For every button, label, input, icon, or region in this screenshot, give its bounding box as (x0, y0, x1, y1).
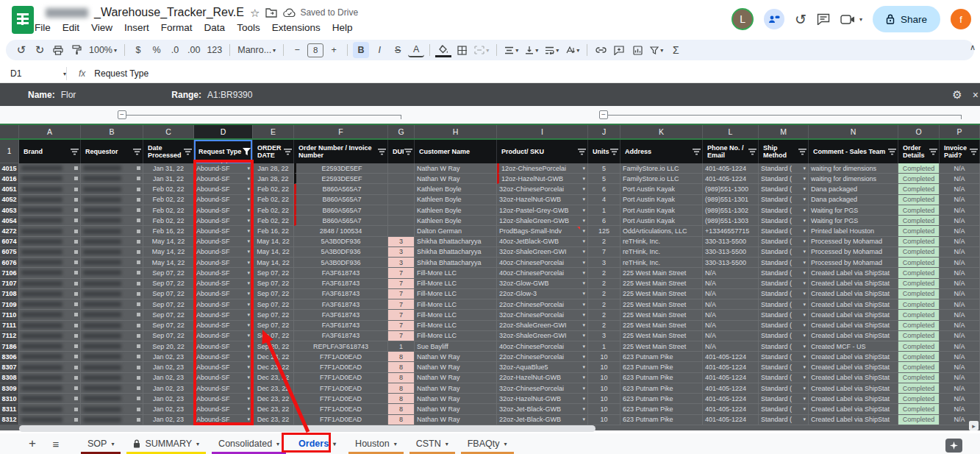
column-group-toggle[interactable]: − (599, 110, 608, 119)
cell[interactable]: Standard (▾ (759, 226, 809, 236)
cell[interactable]: Sep 20, 22 (143, 341, 194, 352)
menu-tools[interactable]: Tools (232, 21, 265, 35)
row-number[interactable]: 8309 (0, 383, 19, 394)
cell[interactable]: N/A (940, 174, 980, 184)
row-number[interactable]: 8311 (0, 404, 19, 414)
in-cell-dropdown-caret[interactable]: ▾ (582, 280, 585, 286)
cell[interactable] (19, 226, 81, 236)
cell[interactable]: N/A (940, 394, 980, 404)
cell[interactable]: Jan 31, 22 (143, 163, 194, 174)
cell[interactable]: 5A3B0DF936 (294, 237, 388, 247)
cell[interactable]: Completed (898, 321, 940, 331)
cell[interactable]: FA3F618743 (294, 310, 388, 320)
cell[interactable]: 10 (588, 404, 620, 414)
row-number[interactable]: 8310 (0, 394, 19, 404)
cell[interactable]: Feb 02, 22 (143, 195, 194, 205)
star-icon[interactable]: ☆ (250, 7, 260, 18)
column-letter-P[interactable]: P (940, 125, 980, 138)
cell[interactable]: Abound-SF▾ (194, 362, 253, 372)
cell[interactable]: 401-405-1224 (703, 163, 759, 174)
cell[interactable] (19, 415, 81, 425)
column-header-K[interactable]: Address (620, 140, 703, 163)
cell[interactable] (388, 174, 415, 184)
active-filter-funnel-icon[interactable] (243, 148, 251, 155)
in-cell-dropdown-caret[interactable]: ▾ (247, 249, 250, 255)
cell[interactable] (81, 299, 143, 310)
increase-font-size-button[interactable]: + (326, 42, 342, 58)
bold-button[interactable]: B (353, 42, 369, 58)
column-header-G[interactable]: DUF (388, 140, 415, 163)
cell[interactable]: Waiting for PGS (809, 216, 898, 226)
cell[interactable]: F7F1AD0EAD (294, 352, 388, 362)
cell[interactable] (19, 394, 81, 404)
cell[interactable]: Processed by Mohamad (809, 237, 898, 247)
cell[interactable] (388, 163, 415, 174)
in-cell-dropdown-caret[interactable]: ▾ (803, 196, 806, 202)
filter-range-value[interactable]: A1:BR9390 (207, 90, 252, 100)
in-cell-dropdown-caret[interactable]: ▾ (803, 312, 806, 318)
cell[interactable]: FA3F618743 (294, 279, 388, 289)
filter-name-value[interactable]: Flor (61, 90, 76, 100)
row-number[interactable]: 7109 (0, 299, 19, 310)
in-cell-dropdown-caret[interactable]: ▾ (247, 166, 250, 171)
column-letter-H[interactable]: H (415, 125, 497, 138)
cell[interactable]: Nathan W Ray (415, 383, 497, 394)
cell[interactable]: 3 (588, 331, 620, 341)
cell[interactable] (81, 237, 143, 247)
scroll-right-arrow[interactable]: ▸ (969, 421, 979, 430)
in-cell-dropdown-caret[interactable]: ▾ (582, 270, 585, 276)
cell[interactable]: Fill-More LLC (415, 268, 497, 278)
sheet-tab-menu-caret[interactable]: ▾ (196, 441, 199, 447)
cell[interactable]: 22oz-ChinesePorcelai▾ (497, 352, 588, 362)
cell[interactable]: Sep 07, 22 (253, 331, 294, 341)
borders-button[interactable] (454, 42, 470, 58)
cell[interactable]: Completed (898, 184, 940, 194)
cell[interactable]: Fill-More LLC (415, 279, 497, 289)
cell[interactable]: Feb 02, 22 (253, 184, 294, 194)
cell[interactable]: 40oz-JetBlack-GWB▾ (497, 237, 588, 247)
cell[interactable]: Standard (▾ (759, 383, 809, 394)
in-cell-dropdown-caret[interactable]: ▾ (803, 354, 806, 360)
cell[interactable]: Completed (898, 279, 940, 289)
cell[interactable]: Completed (898, 163, 940, 174)
cell[interactable] (81, 310, 143, 320)
cell[interactable]: Standard (▾ (759, 404, 809, 414)
cell[interactable] (388, 205, 415, 216)
menu-file[interactable]: File (29, 21, 56, 35)
cell[interactable]: 401-405-1224 (703, 404, 759, 414)
row-number[interactable]: 7107 (0, 279, 19, 289)
cell[interactable]: 32oz-ShaleGreen-GWI▾ (497, 247, 588, 258)
cell[interactable]: F7F1AD0EAD (294, 383, 388, 394)
menu-format[interactable]: Format (156, 21, 198, 35)
cell[interactable]: 1 (588, 205, 620, 216)
cell[interactable]: Processed by Mohamad (809, 247, 898, 258)
cell[interactable]: Standard (▾ (759, 331, 809, 341)
cell[interactable]: FA3F618743 (294, 289, 388, 299)
cell[interactable]: 10 (588, 394, 620, 404)
cell[interactable]: 7 (388, 289, 415, 299)
cell[interactable]: Completed (898, 383, 940, 394)
in-cell-dropdown-caret[interactable]: ▾ (582, 364, 585, 370)
cell[interactable]: N/A (703, 310, 759, 320)
in-cell-dropdown-caret[interactable]: ▾ (803, 228, 806, 234)
cell[interactable]: N/A (940, 237, 980, 247)
cell[interactable]: Standard (▾ (759, 247, 809, 258)
in-cell-dropdown-caret[interactable]: ▾ (247, 228, 250, 234)
paint-format-button[interactable] (68, 42, 85, 58)
cell[interactable]: Shikha Bhattacharyya (415, 237, 497, 247)
row-1-header[interactable]: 1 (0, 140, 19, 163)
cell[interactable]: 2 (588, 237, 620, 247)
comments-icon[interactable] (817, 13, 830, 25)
filter-bars-icon[interactable] (929, 149, 937, 155)
cell[interactable] (19, 268, 81, 278)
cell[interactable]: FA3F618743 (294, 299, 388, 310)
cell[interactable]: 8 (388, 362, 415, 372)
column-letter-A[interactable]: A (19, 125, 81, 138)
cell[interactable] (388, 184, 415, 194)
collapse-toolbar-icon[interactable]: ∧ (970, 43, 976, 52)
in-cell-dropdown-caret[interactable]: ▾ (247, 396, 250, 402)
row-number[interactable]: 7106 (0, 268, 19, 278)
column-letter-B[interactable]: B (81, 125, 143, 138)
column-header-D[interactable]: Request Type (194, 140, 253, 163)
cell[interactable]: Abound-SF▾ (194, 404, 253, 414)
